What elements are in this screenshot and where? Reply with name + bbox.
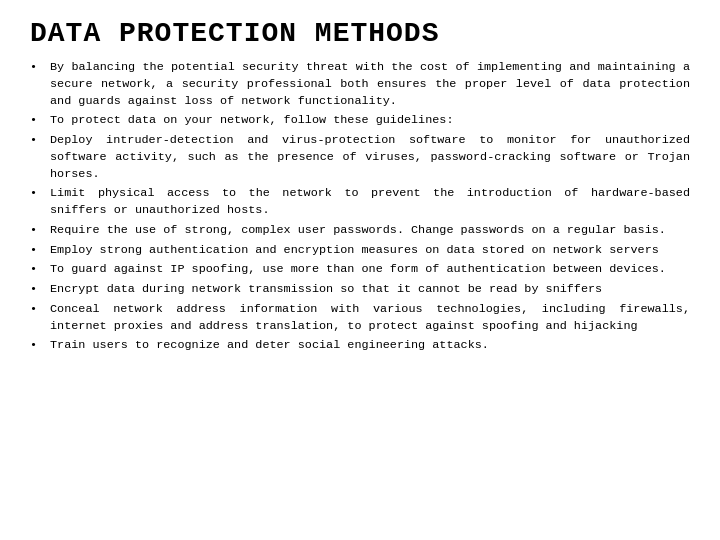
bullet-text-10: Train users to recognize and deter socia… [50,337,690,354]
page: DATA PROTECTION METHODS •By balancing th… [0,0,720,540]
list-item-1: •By balancing the potential security thr… [30,59,690,109]
bullet-text-6: Employ strong authentication and encrypt… [50,242,690,259]
list-item-9: •Conceal network address information wit… [30,301,690,335]
bullet-symbol: • [30,337,46,354]
list-item-6: •Employ strong authentication and encryp… [30,242,690,259]
bullet-text-3: Deploy intruder-detection and virus-prot… [50,132,690,182]
bullet-symbol: • [30,242,46,259]
bullet-text-9: Conceal network address information with… [50,301,690,335]
bullet-text-7: To guard against IP spoofing, use more t… [50,261,690,278]
bullet-symbol: • [30,185,46,202]
page-title: DATA PROTECTION METHODS [30,18,690,49]
list-item-5: •Require the use of strong, complex user… [30,222,690,239]
bullet-symbol: • [30,59,46,76]
bullet-symbol: • [30,281,46,298]
bullet-text-2: To protect data on your network, follow … [50,112,690,129]
bullet-text-8: Encrypt data during network transmission… [50,281,690,298]
bullet-text-5: Require the use of strong, complex user … [50,222,690,239]
bullet-list: •By balancing the potential security thr… [30,59,690,354]
bullet-text-4: Limit physical access to the network to … [50,185,690,219]
list-item-2: •To protect data on your network, follow… [30,112,690,129]
bullet-symbol: • [30,301,46,318]
list-item-7: •To guard against IP spoofing, use more … [30,261,690,278]
list-item-3: •Deploy intruder-detection and virus-pro… [30,132,690,182]
list-item-8: •Encrypt data during network transmissio… [30,281,690,298]
bullet-symbol: • [30,261,46,278]
bullet-symbol: • [30,132,46,149]
bullet-symbol: • [30,112,46,129]
bullet-text-1: By balancing the potential security thre… [50,59,690,109]
bullet-symbol: • [30,222,46,239]
content-area: •By balancing the potential security thr… [30,59,690,354]
list-item-4: •Limit physical access to the network to… [30,185,690,219]
list-item-10: •Train users to recognize and deter soci… [30,337,690,354]
